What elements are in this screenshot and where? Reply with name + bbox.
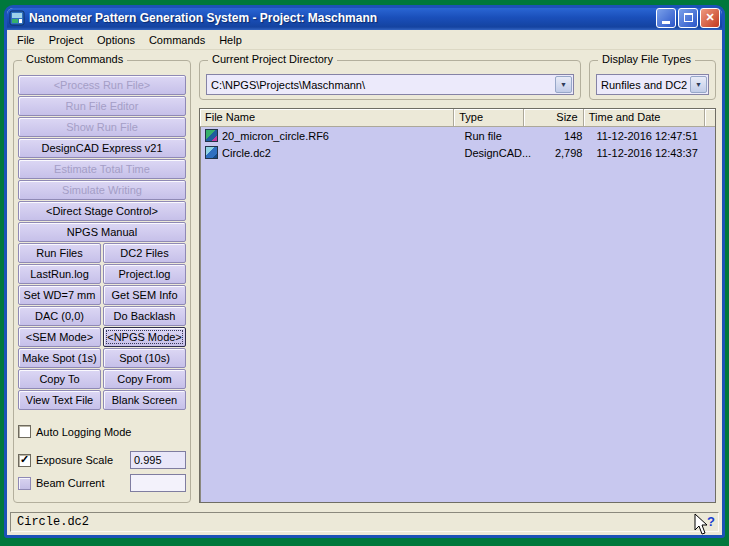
display-file-types-label: Display File Types [598, 53, 695, 65]
beam-current-label: Beam Current [36, 477, 104, 489]
do-backlash-button[interactable]: Do Backlash [103, 306, 186, 326]
minimize-button[interactable] [656, 8, 676, 28]
window-content: Custom Commands <Process Run File> Run F… [7, 50, 722, 509]
menu-options[interactable]: Options [90, 32, 142, 48]
run-file-editor-button[interactable]: Run File Editor [18, 96, 186, 116]
window-title: Nanometer Pattern Generation System - Pr… [29, 11, 652, 25]
table-row[interactable]: Circle.dc2 DesignCAD... 2,798 11-12-2016… [200, 144, 715, 161]
auto-logging-label: Auto Logging Mode [36, 426, 131, 438]
show-run-file-button[interactable]: Show Run File [18, 117, 186, 137]
spot-10s-button[interactable]: Spot (10s) [103, 348, 186, 368]
status-bar: Circle.dc2 [10, 512, 719, 532]
get-sem-info-button[interactable]: Get SEM Info [103, 285, 186, 305]
column-header-filler [705, 109, 715, 127]
project-directory-combobox[interactable]: C:\NPGS\Projects\Maschmann\ ▼ [206, 74, 574, 95]
column-header-size[interactable]: Size [524, 109, 583, 127]
file-size: 2,798 [531, 147, 592, 159]
file-name: Circle.dc2 [222, 147, 271, 159]
file-datetime: 11-12-2016 12:43:37 [591, 147, 715, 159]
menu-project[interactable]: Project [42, 32, 90, 48]
file-datetime: 11-12-2016 12:47:51 [591, 130, 715, 142]
file-size: 148 [531, 130, 592, 142]
exposure-scale-label: Exposure Scale [36, 454, 113, 466]
display-file-types-value: Runfiles and DC2 [597, 79, 690, 91]
app-window: Nanometer Pattern Generation System - Pr… [4, 5, 725, 538]
column-header-type[interactable]: Type [454, 109, 524, 127]
table-row[interactable]: 20_micron_circle.RF6 Run file 148 11-12-… [200, 127, 715, 144]
copy-from-button[interactable]: Copy From [103, 369, 186, 389]
menu-file[interactable]: File [10, 32, 42, 48]
blank-screen-button[interactable]: Blank Screen [103, 390, 186, 410]
lastrun-log-button[interactable]: LastRun.log [18, 264, 101, 284]
auto-logging-checkbox[interactable] [18, 425, 31, 438]
runfile-icon [205, 129, 218, 142]
set-wd-button[interactable]: Set WD=7 mm [18, 285, 101, 305]
auto-logging-row: Auto Logging Mode [18, 425, 186, 438]
file-name: 20_micron_circle.RF6 [222, 130, 329, 142]
file-type: DesignCAD... [459, 147, 530, 159]
titlebar[interactable]: Nanometer Pattern Generation System - Pr… [4, 5, 725, 30]
copy-to-button[interactable]: Copy To [18, 369, 101, 389]
exposure-scale-input[interactable]: 0.995 [130, 451, 186, 469]
maximize-button[interactable] [678, 8, 698, 28]
status-text: Circle.dc2 [17, 515, 89, 529]
npgs-manual-button[interactable]: NPGS Manual [18, 222, 186, 242]
display-file-types-group: Display File Types Runfiles and DC2 ▼ [589, 60, 716, 100]
beam-current-row: Beam Current [18, 474, 186, 492]
dac-button[interactable]: DAC (0,0) [18, 306, 101, 326]
project-directory-group: Current Project Directory C:\NPGS\Projec… [199, 60, 581, 100]
designcad-express-button[interactable]: DesignCAD Express v21 [18, 138, 186, 158]
column-header-time-and-date[interactable]: Time and Date [584, 109, 705, 127]
file-type: Run file [459, 130, 530, 142]
dc2-files-button[interactable]: DC2 Files [103, 243, 186, 263]
project-log-button[interactable]: Project.log [103, 264, 186, 284]
process-run-file-button[interactable]: <Process Run File> [18, 75, 186, 95]
run-files-button[interactable]: Run Files [18, 243, 101, 263]
custom-commands-label: Custom Commands [22, 53, 127, 65]
exposure-scale-checkbox[interactable] [18, 454, 31, 467]
exposure-scale-row: Exposure Scale 0.995 [18, 451, 186, 469]
close-button[interactable]: ✕ [700, 8, 720, 28]
menu-commands[interactable]: Commands [142, 32, 212, 48]
display-file-types-combobox[interactable]: Runfiles and DC2 ▼ [596, 74, 709, 95]
file-list: File Name Type Size Time and Date 20_mic… [199, 108, 716, 503]
dc2-file-icon [205, 146, 218, 159]
direct-stage-control-button[interactable]: <Direct Stage Control> [18, 201, 186, 221]
menu-bar: File Project Options Commands Help [7, 30, 722, 50]
simulate-writing-button[interactable]: Simulate Writing [18, 180, 186, 200]
desktop: Nanometer Pattern Generation System - Pr… [0, 0, 729, 546]
project-directory-label: Current Project Directory [208, 53, 337, 65]
column-header-file-name[interactable]: File Name [200, 109, 454, 127]
npgs-mode-button[interactable]: <NPGS Mode> [103, 327, 186, 347]
command-button-grid: Run Files DC2 Files LastRun.log Project.… [18, 243, 186, 411]
sem-mode-button[interactable]: <SEM Mode> [18, 327, 101, 347]
make-spot-button[interactable]: Make Spot (1s) [18, 348, 101, 368]
file-list-header: File Name Type Size Time and Date [200, 109, 715, 127]
menu-help[interactable]: Help [212, 32, 249, 48]
project-directory-value: C:\NPGS\Projects\Maschmann\ [207, 79, 555, 91]
app-icon [9, 10, 25, 26]
beam-current-input[interactable] [130, 474, 186, 492]
help-cursor-icon: ? [692, 513, 718, 537]
svg-text:?: ? [707, 514, 715, 529]
view-text-file-button[interactable]: View Text File [18, 390, 101, 410]
chevron-down-icon[interactable]: ▼ [690, 76, 707, 93]
custom-commands-group: Custom Commands <Process Run File> Run F… [13, 60, 191, 503]
chevron-down-icon[interactable]: ▼ [555, 76, 572, 93]
window-controls: ✕ [656, 8, 720, 28]
estimate-total-time-button[interactable]: Estimate Total Time [18, 159, 186, 179]
beam-current-checkbox[interactable] [18, 477, 31, 490]
